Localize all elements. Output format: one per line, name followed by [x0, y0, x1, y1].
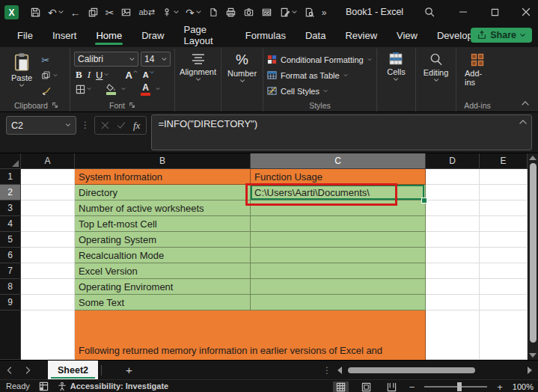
paste-button[interactable]: Paste [7, 50, 37, 99]
column-header-d[interactable]: D [426, 153, 480, 169]
print-preview-button[interactable] [261, 7, 272, 18]
clipboard-dialog-launcher-icon[interactable] [52, 102, 58, 108]
increase-font-button[interactable]: A [125, 70, 137, 81]
cell-a5[interactable] [21, 232, 75, 248]
cell-b8[interactable]: Operating Enviroment [75, 279, 251, 295]
format-painter-button[interactable] [41, 84, 58, 97]
row-header-8[interactable]: 8 [0, 279, 21, 295]
tab-view[interactable]: View [387, 26, 427, 46]
cell-a8[interactable] [21, 279, 75, 295]
addins-button[interactable]: Add-ins [460, 50, 495, 99]
cell-d8[interactable] [426, 279, 480, 295]
underline-button[interactable]: U [96, 70, 108, 81]
cell-b3[interactable]: Number of active worksheets [75, 200, 251, 216]
collapse-ribbon-icon[interactable] [522, 101, 529, 105]
cell-b5[interactable]: Operating System [75, 232, 251, 248]
cell-d2[interactable] [426, 185, 480, 200]
font-size-select[interactable]: 14 [141, 52, 171, 67]
alignment-button[interactable]: Alignment [175, 50, 221, 111]
cell-a10[interactable] [21, 310, 75, 360]
cell-a6[interactable] [21, 248, 75, 263]
name-box-resizer[interactable]: ⋮ [81, 120, 90, 130]
form-pen-button[interactable] [279, 7, 297, 18]
tab-file[interactable]: File [7, 26, 43, 46]
note-cell[interactable]: Following returned memory information in… [75, 310, 426, 360]
copy-button[interactable] [88, 7, 99, 18]
quick-print-button[interactable] [225, 7, 236, 18]
excel-logo-icon[interactable]: X [4, 5, 19, 19]
sheet-tab-sheet2[interactable]: Sheet2 [48, 361, 98, 379]
horizontal-scroll-thumb[interactable] [348, 367, 475, 373]
cell-c6[interactable] [251, 248, 426, 263]
cut-button[interactable]: ✂ [41, 53, 58, 67]
cell-a7[interactable] [21, 263, 75, 279]
accessibility-icon[interactable] [58, 382, 67, 391]
collapse-formula-bar-icon[interactable] [519, 120, 527, 124]
minimize-button[interactable] [455, 4, 471, 19]
scroll-right-icon[interactable] [528, 367, 532, 374]
bold-button[interactable]: B [76, 69, 82, 81]
cell-e10[interactable] [480, 310, 528, 360]
next-sheet-icon[interactable] [19, 367, 37, 374]
cell-b4[interactable]: Top Left-most Cell [75, 216, 251, 232]
row-header-9[interactable]: 9 [0, 295, 21, 310]
cell-d10[interactable] [426, 310, 480, 360]
cell-a9[interactable] [21, 295, 75, 310]
page-layout-view-button[interactable] [358, 382, 374, 392]
tab-review[interactable]: Review [335, 26, 387, 46]
cell-c1[interactable]: Function Usage [251, 169, 426, 185]
zoom-level[interactable]: 100% [513, 382, 534, 391]
copy-button[interactable] [41, 69, 58, 82]
cell-d3[interactable] [426, 200, 480, 216]
row-header-6[interactable]: 6 [0, 248, 21, 263]
cell-a1[interactable] [21, 169, 75, 185]
previous-sheet-icon[interactable] [0, 367, 19, 374]
tab-data[interactable]: Data [296, 26, 335, 46]
cell-b1[interactable]: System Information [75, 169, 251, 185]
conditional-formatting-button[interactable]: Conditional Formatting [267, 52, 372, 67]
scroll-left-icon[interactable] [337, 367, 342, 374]
row-header-7[interactable]: 7 [0, 263, 21, 279]
column-header-a[interactable]: A [21, 153, 75, 169]
macro-record-icon[interactable] [39, 382, 49, 391]
cell-e1[interactable] [480, 169, 528, 185]
zoom-in-button[interactable]: + [497, 382, 503, 392]
cell-d9[interactable] [426, 295, 480, 310]
cell-e4[interactable] [480, 216, 528, 232]
insert-function-button[interactable]: fx [133, 120, 140, 132]
paste-special-button[interactable] [120, 7, 132, 18]
row-header-10[interactable] [0, 310, 21, 360]
document-search-button[interactable] [304, 7, 315, 18]
vertical-scrollbar[interactable] [528, 153, 538, 360]
cell-d1[interactable] [426, 169, 480, 185]
cell-e2[interactable] [480, 185, 528, 200]
normal-view-button[interactable] [333, 382, 349, 392]
cell-b2[interactable]: Directory [75, 185, 251, 200]
tab-insert[interactable]: Insert [43, 26, 87, 46]
cell-c8[interactable] [251, 279, 426, 295]
editing-button[interactable]: Editing [419, 50, 453, 111]
maximize-button[interactable] [486, 4, 503, 19]
save-button[interactable] [30, 7, 41, 18]
column-header-b[interactable]: B [75, 153, 251, 169]
more-commands-button[interactable]: » [322, 8, 327, 17]
touch-mode-button[interactable] [162, 7, 179, 18]
cell-e7[interactable] [480, 263, 528, 279]
cells-button[interactable]: Cells [382, 50, 409, 111]
zoom-slider-thumb[interactable] [457, 382, 462, 391]
font-color-button[interactable]: A [141, 83, 150, 96]
cell-d7[interactable] [426, 263, 480, 279]
search-icon[interactable] [424, 6, 435, 18]
font-dialog-launcher-icon[interactable] [129, 102, 135, 108]
cell-e9[interactable] [480, 295, 528, 310]
scrollbar-splitter[interactable]: ⋮ [323, 365, 331, 376]
decrease-font-button[interactable]: A [143, 70, 154, 79]
tab-draw[interactable]: Draw [132, 26, 174, 46]
cell-c9[interactable] [251, 295, 426, 310]
format-as-table-button[interactable]: Format as Table [267, 68, 372, 82]
italic-button[interactable]: I [88, 69, 91, 81]
row-header-2[interactable]: 2 [0, 185, 21, 200]
share-button[interactable]: Share [471, 28, 532, 43]
cell-e5[interactable] [480, 232, 528, 248]
new-file-button[interactable] [208, 7, 218, 18]
